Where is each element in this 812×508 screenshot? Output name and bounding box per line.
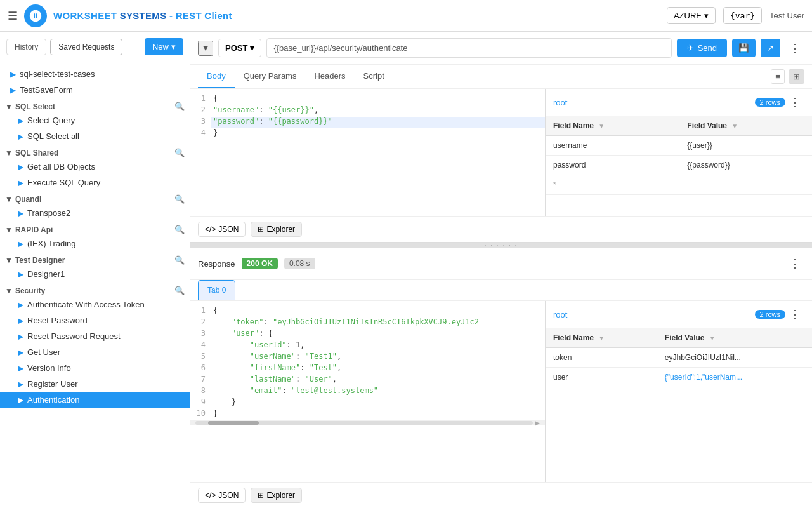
app-title: WORKSHEET SYSTEMS - REST Client — [53, 10, 232, 21]
response-tabs: Tab 0 — [190, 280, 812, 301]
sidebar-item-get-all-db-objects[interactable]: ▶ Get all DB Objects — [0, 159, 190, 175]
sidebar-group-security: ▼ Security 🔍 — [0, 282, 190, 297]
more-options-button[interactable]: ⋮ — [785, 39, 804, 58]
table-more-button[interactable]: ⋮ — [785, 94, 804, 110]
tab-script[interactable]: Script — [355, 65, 393, 88]
search-icon[interactable]: 🔍 — [174, 194, 185, 204]
chevron-down-icon: ▼ — [5, 195, 13, 204]
file-icon: ▶ — [10, 70, 16, 79]
code-line: 3 "user": { — [190, 329, 545, 340]
new-button[interactable]: New ▾ — [145, 38, 183, 55]
tab-body[interactable]: Body — [198, 65, 235, 88]
var-button[interactable]: {var} — [723, 7, 762, 24]
file-icon: ▶ — [18, 163, 23, 171]
azure-dropdown-icon: ▾ — [704, 11, 709, 20]
rows-badge: 2 rows — [755, 98, 785, 107]
sidebar-item-version-info[interactable]: ▶ Version Info — [0, 360, 190, 376]
request-code-editor[interactable]: 1 { 2 "username": "{{user}}", 3 "passwor… — [190, 89, 546, 216]
collapse-button[interactable]: ▼ — [198, 41, 213, 56]
method-dropdown-icon: ▾ — [250, 43, 254, 53]
search-icon[interactable]: 🔍 — [174, 286, 185, 295]
sidebar-item-get-user[interactable]: ▶ Get User — [0, 344, 190, 360]
response-code-editor[interactable]: 1 { 2 "token": "eyJhbGciOiJIUzI1NiIsInR5… — [190, 301, 546, 482]
chevron-down-icon: ▼ — [5, 256, 13, 265]
saved-requests-tab[interactable]: Saved Requests — [50, 39, 122, 55]
sidebar-item-reset-password-request[interactable]: ▶ Reset Password Request — [0, 328, 190, 344]
azure-label: AZURE — [674, 11, 702, 20]
sidebar-item-register-user[interactable]: ▶ Register User — [0, 376, 190, 392]
search-icon[interactable]: 🔍 — [174, 102, 185, 111]
file-icon: ▶ — [18, 380, 23, 389]
topbar: ☰ WORKSHEET SYSTEMS - REST Client AZURE … — [0, 0, 812, 32]
code-line: 7 "lastName": "User", — [190, 375, 545, 386]
history-tab[interactable]: History — [6, 39, 46, 55]
sidebar-item-transpose2[interactable]: ▶ Transpose2 — [0, 205, 190, 221]
scroll-right-arrow[interactable]: ▶ — [535, 418, 540, 427]
explorer-icon: ⊞ — [258, 491, 264, 500]
group-label-quandl[interactable]: ▼ Quandl — [5, 195, 41, 204]
file-icon: ▶ — [18, 132, 23, 141]
sidebar-item-designer1[interactable]: ▶ Designer1 — [0, 266, 190, 282]
tab-query-params[interactable]: Query Params — [235, 65, 306, 88]
sidebar-item-sql-select-all[interactable]: ▶ SQL Select all — [0, 128, 190, 144]
search-icon[interactable]: 🔍 — [174, 225, 185, 234]
request-body-area: 1 { 2 "username": "{{user}}", 3 "passwor… — [190, 89, 812, 216]
json-button[interactable]: </> JSON — [198, 222, 246, 237]
response-json-button[interactable]: </> JSON — [198, 488, 246, 503]
response-body: 1 { 2 "token": "eyJhbGciOiJIUzI1NiIsInR5… — [190, 301, 812, 482]
group-label-sql-select[interactable]: ▼ SQL Select — [5, 102, 55, 111]
sidebar-item-iex-trading[interactable]: ▶ (IEX) Trading — [0, 236, 190, 251]
file-icon: ▶ — [18, 209, 23, 218]
response-more-button[interactable]: ⋮ — [785, 254, 804, 273]
azure-button[interactable]: AZURE ▾ — [667, 7, 716, 24]
sidebar-item-select-query[interactable]: ▶ Select Query — [0, 112, 190, 128]
send-button[interactable]: ✈ Send — [677, 39, 727, 57]
request-tabs: Body Query Params Headers Script ≡ ⊞ — [190, 65, 812, 89]
response-table-more-button[interactable]: ⋮ — [785, 306, 804, 323]
code-line: 5 "userName": "Test1", — [190, 352, 545, 363]
chevron-down-icon: ▼ — [5, 102, 13, 111]
url-bar: ▼ POST ▾ ✈ Send 💾 ↗ ⋮ — [190, 32, 812, 65]
response-explorer-button[interactable]: ⊞ Explorer — [251, 488, 302, 503]
field-value-header: Field Value ▼ — [679, 116, 812, 136]
code-line: 1 { — [190, 306, 545, 318]
menu-icon[interactable]: ☰ — [8, 9, 18, 23]
sidebar-item-execute-sql-query[interactable]: ▶ Execute SQL Query — [0, 175, 190, 190]
code-line: 2 "username": "{{user}}", — [190, 105, 545, 117]
sidebar-item-sql-select-test-cases[interactable]: ▶ sql-select-test-cases — [0, 66, 190, 82]
url-input[interactable] — [266, 38, 671, 58]
search-icon[interactable]: 🔍 — [174, 148, 185, 157]
panel-divider[interactable]: · · · · · · — [190, 243, 812, 248]
user-link[interactable]: {"userId":1,"userNam... — [665, 373, 742, 382]
root-label: root — [553, 98, 567, 107]
group-label-security[interactable]: ▼ Security — [5, 286, 45, 295]
explorer-icon: ⊞ — [258, 225, 264, 234]
new-row-marker: * — [546, 175, 679, 195]
sidebar-item-reset-password[interactable]: ▶ Reset Password — [0, 312, 190, 328]
request-panel: ▼ POST ▾ ✈ Send 💾 ↗ ⋮ — [190, 32, 812, 243]
sidebar: History Saved Requests New ▾ ▶ sql-selec… — [0, 32, 190, 508]
response-tab-0[interactable]: Tab 0 — [198, 280, 235, 300]
save-button[interactable]: 💾 — [732, 39, 756, 57]
share-button[interactable]: ↗ — [761, 39, 780, 57]
table-row: password {{password}} — [546, 156, 812, 175]
group-label-test-designer[interactable]: ▼ Test Designer — [5, 256, 65, 265]
group-label-sql-shared[interactable]: ▼ SQL Shared — [5, 149, 58, 157]
search-icon[interactable]: 🔍 — [174, 255, 185, 265]
new-row[interactable]: * — [546, 175, 812, 195]
code-line: 3 "password": "{{password}}" — [190, 117, 545, 128]
sidebar-item-authenticate-with-access-token[interactable]: ▶ Authenticate With Access Token — [0, 297, 190, 312]
sidebar-item-authentication[interactable]: ▶ Authentication — [0, 392, 190, 408]
method-button[interactable]: POST ▾ — [218, 39, 261, 57]
horizontal-scrollbar[interactable]: ▶ — [190, 420, 545, 425]
file-icon: ▶ — [18, 116, 23, 125]
sidebar-tabs: History Saved Requests New ▾ — [0, 32, 190, 62]
list-view-button[interactable]: ≡ — [771, 69, 785, 84]
sidebar-item-test-save-form[interactable]: ▶ TestSaveForm — [0, 82, 190, 98]
response-root-label: root — [553, 310, 567, 319]
explorer-button[interactable]: ⊞ Explorer — [251, 222, 302, 237]
tab-headers[interactable]: Headers — [305, 65, 354, 88]
field-name-header: Field Name ▼ — [546, 116, 679, 136]
grid-view-button[interactable]: ⊞ — [789, 69, 804, 84]
group-label-rapid-api[interactable]: ▼ RAPID Api — [5, 225, 53, 234]
